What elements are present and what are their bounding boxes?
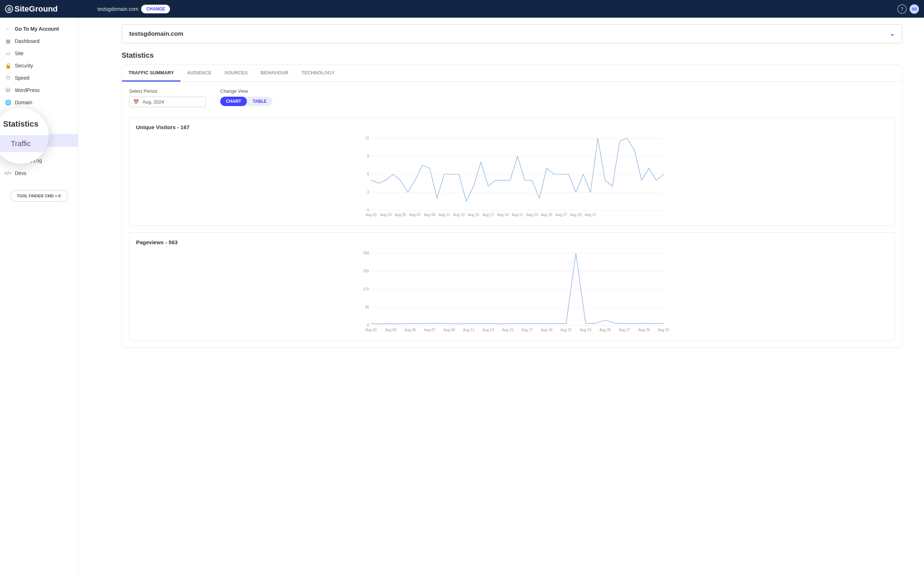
svg-text:Aug 11: Aug 11 xyxy=(463,328,475,332)
svg-text:Aug 31: Aug 31 xyxy=(658,328,670,332)
sidebar-item-site[interactable]: ▭Site xyxy=(0,47,78,60)
svg-text:Aug 13: Aug 13 xyxy=(453,213,465,217)
svg-text:Aug 01: Aug 01 xyxy=(366,328,377,332)
wordpress-icon: Ⓦ xyxy=(5,87,11,93)
tab-sources[interactable]: SOURCES xyxy=(218,65,254,81)
svg-text:Aug 17: Aug 17 xyxy=(522,328,533,332)
chart-pageviews: Pageviews - 563 085170255340Aug 01Aug 03… xyxy=(129,232,895,341)
svg-text:Aug 27: Aug 27 xyxy=(619,328,631,332)
help-icon[interactable]: ? xyxy=(897,4,907,14)
tabs: TRAFFIC SUMMARY AUDIENCE SOURCES BEHAVIO… xyxy=(122,65,902,82)
svg-text:Aug 19: Aug 19 xyxy=(497,213,509,217)
period-input[interactable]: 📅 Aug, 2024 xyxy=(129,97,206,107)
svg-text:Aug 25: Aug 25 xyxy=(541,213,553,217)
tab-technology[interactable]: TECHNOLOGY xyxy=(295,65,341,81)
chart-svg-pv: 085170255340Aug 01Aug 03Aug 05Aug 07Aug … xyxy=(136,249,888,333)
code-icon: </> xyxy=(5,170,11,176)
magnify-statistics: Statistics xyxy=(3,119,39,129)
sidebar-item-wordpress[interactable]: ⓌWordPress xyxy=(0,84,78,96)
sidebar-item-security[interactable]: 🔒Security xyxy=(0,60,78,72)
svg-text:Aug 05: Aug 05 xyxy=(395,213,406,217)
sidebar-item-dashboard[interactable]: ▦Dashboard xyxy=(0,35,78,47)
chart-svg-uv: 036912Aug 01Aug 03Aug 05Aug 07Aug 09Aug … xyxy=(136,135,888,218)
svg-text:Aug 07: Aug 07 xyxy=(409,213,421,217)
change-domain-button[interactable]: CHANGE xyxy=(141,5,170,13)
svg-text:170: 170 xyxy=(363,287,369,291)
sidebar-item-devs[interactable]: </>Devs xyxy=(0,167,78,179)
svg-text:12: 12 xyxy=(365,136,369,140)
sidebar-item-domain[interactable]: 🌐Domain xyxy=(0,96,78,109)
svg-text:Aug 21: Aug 21 xyxy=(561,328,572,332)
logo-text: SiteGround xyxy=(14,4,58,14)
arrow-left-icon: ← xyxy=(5,26,11,32)
view-chart-button[interactable]: CHART xyxy=(220,97,247,106)
svg-text:6: 6 xyxy=(367,172,369,176)
svg-text:Aug 05: Aug 05 xyxy=(405,328,416,332)
svg-text:Aug 17: Aug 17 xyxy=(483,213,494,217)
tab-behaviour[interactable]: BEHAVIOUR xyxy=(254,65,295,81)
lock-icon: 🔒 xyxy=(5,63,11,68)
avatar[interactable]: SS xyxy=(910,4,919,14)
domain-bar: testsgdomain.com CHANGE xyxy=(97,5,170,13)
chart-title-pv: Pageviews - 563 xyxy=(136,239,888,245)
svg-text:Aug 15: Aug 15 xyxy=(468,213,479,217)
topbar: ◎ SiteGround testsgdomain.com CHANGE ? S… xyxy=(0,0,924,17)
chart-title-uv: Unique Visitors - 167 xyxy=(136,124,888,130)
svg-text:Aug 23: Aug 23 xyxy=(526,213,538,217)
current-domain: testsgdomain.com xyxy=(97,6,138,12)
svg-text:85: 85 xyxy=(365,305,369,309)
svg-text:Aug 03: Aug 03 xyxy=(380,213,391,217)
tab-audience[interactable]: AUDIENCE xyxy=(180,65,218,81)
svg-text:255: 255 xyxy=(363,269,369,273)
grid-icon: ▦ xyxy=(5,38,11,44)
svg-text:Aug 31: Aug 31 xyxy=(585,213,596,217)
svg-text:Aug 01: Aug 01 xyxy=(366,213,377,217)
chart-unique-visitors: Unique Visitors - 167 036912Aug 01Aug 03… xyxy=(129,117,895,226)
globe-icon: 🌐 xyxy=(5,100,11,105)
svg-text:Aug 21: Aug 21 xyxy=(512,213,523,217)
statistics-card: TRAFFIC SUMMARY AUDIENCE SOURCES BEHAVIO… xyxy=(122,65,902,348)
svg-text:Aug 23: Aug 23 xyxy=(580,328,592,332)
svg-text:Aug 13: Aug 13 xyxy=(483,328,494,332)
svg-text:Aug 07: Aug 07 xyxy=(424,328,436,332)
svg-text:9: 9 xyxy=(367,154,369,158)
gauge-icon: ⏱ xyxy=(5,75,11,81)
logo[interactable]: ◎ SiteGround xyxy=(5,4,58,14)
svg-text:Aug 11: Aug 11 xyxy=(439,213,450,217)
page-title: Statistics xyxy=(122,51,902,60)
svg-text:Aug 29: Aug 29 xyxy=(638,328,650,332)
tab-traffic-summary[interactable]: TRAFFIC SUMMARY xyxy=(122,65,180,81)
svg-text:340: 340 xyxy=(363,251,369,255)
svg-text:0: 0 xyxy=(367,208,369,212)
svg-text:Aug 25: Aug 25 xyxy=(600,328,611,332)
svg-text:Aug 03: Aug 03 xyxy=(385,328,397,332)
tool-finder-button[interactable]: TOOL FINDER CMD + K xyxy=(10,190,68,202)
sidebar: ← Go To My Account ▦Dashboard ▭Site 🔒Sec… xyxy=(0,17,78,575)
main-content: testsgdomain.com ⌄ Statistics TRAFFIC SU… xyxy=(78,17,924,575)
chevron-down-icon: ⌄ xyxy=(890,30,895,38)
svg-text:Aug 29: Aug 29 xyxy=(570,213,582,217)
logo-icon: ◎ xyxy=(5,5,13,13)
svg-text:0: 0 xyxy=(367,323,369,327)
sidebar-item-speed[interactable]: ⏱Speed xyxy=(0,72,78,84)
view-toggle: CHART TABLE xyxy=(220,97,272,106)
svg-text:Aug 19: Aug 19 xyxy=(541,328,553,332)
change-view-label: Change View xyxy=(220,88,272,94)
domain-select-dropdown[interactable]: testsgdomain.com ⌄ xyxy=(122,24,902,43)
svg-text:Aug 15: Aug 15 xyxy=(502,328,514,332)
svg-text:Aug 27: Aug 27 xyxy=(555,213,567,217)
sidebar-back[interactable]: ← Go To My Account xyxy=(0,23,78,35)
magnify-traffic: Traffic xyxy=(0,135,49,152)
svg-text:Aug 09: Aug 09 xyxy=(424,213,436,217)
view-table-button[interactable]: TABLE xyxy=(247,97,272,106)
svg-text:3: 3 xyxy=(367,190,369,194)
svg-text:Aug 09: Aug 09 xyxy=(444,328,455,332)
window-icon: ▭ xyxy=(5,51,11,56)
calendar-icon: 📅 xyxy=(133,99,139,105)
select-period-label: Select Period xyxy=(129,88,206,94)
